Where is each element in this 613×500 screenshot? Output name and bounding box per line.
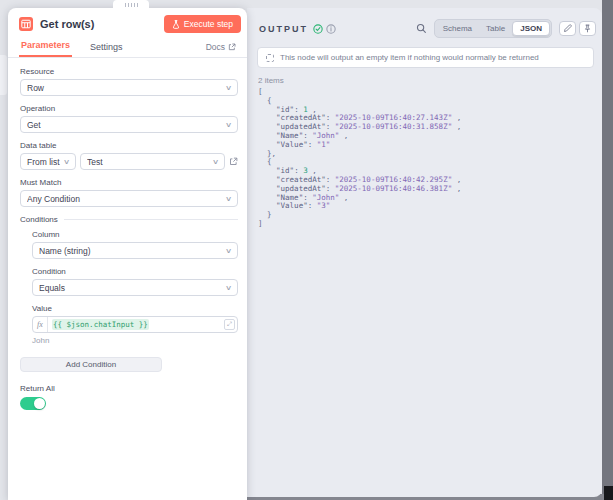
external-link-icon <box>228 43 236 51</box>
open-table-external-icon[interactable] <box>229 157 238 166</box>
resource-select[interactable]: Row ∨ <box>20 79 238 96</box>
chevron-down-icon: ∨ <box>225 195 232 203</box>
data-table-row: From list ∨ Test ∨ <box>20 153 238 170</box>
parameters-body: Resource Row ∨ Operation Get ∨ Data tabl… <box>8 58 247 410</box>
empty-item-notice-text: This node will output an empty item if n… <box>280 53 539 62</box>
return-all-field: Return All <box>20 384 238 410</box>
tab-schema[interactable]: Schema <box>436 22 479 35</box>
operation-field: Operation Get ∨ <box>20 104 238 133</box>
column-field: Column Name (string) ∨ <box>32 230 238 259</box>
docs-label: Docs <box>206 42 225 52</box>
column-label: Column <box>32 230 238 239</box>
chevron-down-icon: ∨ <box>225 284 232 292</box>
pencil-icon <box>563 24 572 33</box>
node-tab-bar: Parameters Settings Docs <box>8 39 247 58</box>
operation-label: Operation <box>20 104 238 113</box>
run-info-icon[interactable] <box>326 20 336 38</box>
output-title: OUTPUT <box>259 24 308 34</box>
chevron-down-icon: ∨ <box>225 247 232 255</box>
conditions-divider <box>64 219 238 220</box>
tab-settings[interactable]: Settings <box>88 42 125 57</box>
fx-badge[interactable]: fx <box>33 317 48 332</box>
chevron-down-icon: ∨ <box>225 84 232 92</box>
execute-step-button[interactable]: Execute step <box>164 15 241 33</box>
search-icon[interactable] <box>414 21 430 37</box>
json-output[interactable]: [ { "id": 1 , "createdAt": "2025-10-09T1… <box>258 88 602 229</box>
expression-text[interactable]: {{ $json.chatInput }} <box>48 320 224 329</box>
empty-item-icon <box>266 54 274 62</box>
data-table-label: Data table <box>20 141 238 150</box>
tab-json[interactable]: JSON <box>512 21 550 36</box>
node-header: Get row(s) Execute step <box>8 8 247 33</box>
resource-field: Resource Row ∨ <box>20 67 238 96</box>
chevron-down-icon: ∨ <box>212 158 219 166</box>
condition-select[interactable]: Equals ∨ <box>32 279 238 296</box>
run-status-icons <box>313 20 336 38</box>
data-table-mode-select[interactable]: From list ∨ <box>20 153 76 170</box>
output-view-switcher: Schema Table JSON <box>434 19 552 38</box>
expression-preview: John <box>32 336 238 345</box>
empty-item-notice: This node will output an empty item if n… <box>257 47 594 68</box>
conditions-label: Conditions <box>20 215 58 224</box>
must-match-value: Any Condition <box>27 194 226 204</box>
must-match-label: Must Match <box>20 178 238 187</box>
toggle-knob <box>34 398 45 409</box>
tab-parameters[interactable]: Parameters <box>19 40 72 57</box>
must-match-select[interactable]: Any Condition ∨ <box>20 190 238 207</box>
expand-expression-icon[interactable]: ⤢ <box>224 319 235 330</box>
value-label: Value <box>32 304 238 313</box>
chevron-down-icon: ∨ <box>225 121 232 129</box>
data-table-value: Test <box>87 157 213 167</box>
tab-table[interactable]: Table <box>479 22 512 35</box>
panel-drag-handle[interactable] <box>113 0 149 9</box>
modal-backdrop-right <box>602 0 613 500</box>
add-condition-button[interactable]: Add Condition <box>20 357 162 372</box>
column-value: Name (string) <box>39 246 226 256</box>
items-count: 2 items <box>258 76 602 85</box>
flask-icon <box>172 20 180 29</box>
conditions-section: Conditions <box>20 215 238 224</box>
condition-value: Equals <box>39 283 226 293</box>
resource-label: Resource <box>20 67 238 76</box>
pin-data-button[interactable] <box>579 21 596 36</box>
node-title: Get row(s) <box>40 18 164 30</box>
data-table-field: Data table From list ∨ Test ∨ <box>20 141 238 170</box>
success-check-icon <box>313 20 323 38</box>
resource-value: Row <box>27 83 226 93</box>
conditions-group: Column Name (string) ∨ Condition Equals … <box>20 230 238 345</box>
data-table-select[interactable]: Test ∨ <box>80 153 225 170</box>
window-corner <box>604 486 613 500</box>
node-settings-panel: Get row(s) Execute step Parameters Setti… <box>8 8 247 500</box>
pin-icon <box>583 24 592 33</box>
edit-output-button[interactable] <box>559 21 576 36</box>
condition-field: Condition Equals ∨ <box>32 267 238 296</box>
return-all-toggle[interactable] <box>20 397 46 410</box>
chevron-down-icon: ∨ <box>63 158 70 166</box>
output-panel: OUTPUT Schema Table JSON This node will … <box>247 8 602 497</box>
execute-step-label: Execute step <box>184 19 233 29</box>
output-header: OUTPUT Schema Table JSON <box>247 8 602 38</box>
data-table-mode-value: From list <box>27 157 64 167</box>
operation-select[interactable]: Get ∨ <box>20 116 238 133</box>
docs-link[interactable]: Docs <box>206 42 236 57</box>
operation-value: Get <box>27 120 226 130</box>
return-all-label: Return All <box>20 384 238 393</box>
condition-label: Condition <box>32 267 238 276</box>
data-table-node-icon <box>19 17 33 31</box>
value-expression-input[interactable]: fx {{ $json.chatInput }} ⤢ <box>32 316 238 333</box>
value-field: Value fx {{ $json.chatInput }} ⤢ John <box>32 304 238 345</box>
column-select[interactable]: Name (string) ∨ <box>32 242 238 259</box>
canvas-node-partial <box>0 55 7 95</box>
must-match-field: Must Match Any Condition ∨ <box>20 178 238 207</box>
